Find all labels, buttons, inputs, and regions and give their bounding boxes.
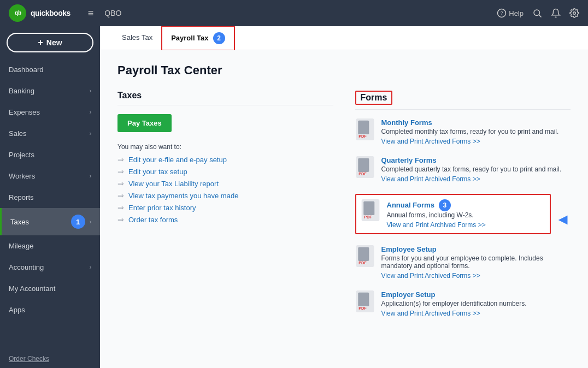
search-icon[interactable]: [532, 8, 542, 18]
notification-icon[interactable]: [551, 8, 561, 18]
svg-text:PDF: PDF: [358, 134, 367, 139]
bullet-icon: ⇒: [117, 167, 124, 176]
edit-tax-link[interactable]: Edit your tax setup: [128, 168, 187, 176]
taxes-section: Taxes Pay Taxes You may also want to: ⇒ …: [117, 91, 333, 328]
list-item: ⇒ View tax payments you have made: [117, 191, 333, 200]
svg-point-4: [534, 10, 540, 16]
sidebar-item-mileage[interactable]: Mileage: [0, 235, 100, 257]
edit-efile-link[interactable]: Edit your e-file and e-pay setup: [128, 156, 227, 164]
monthly-form-info: Monthly Forms Completed monthly tax form…: [381, 118, 571, 145]
list-item: ⇒ Edit your e-file and e-pay setup: [117, 155, 333, 164]
annual-form-name[interactable]: Annual Forms: [387, 201, 434, 209]
monthly-form-name[interactable]: Monthly Forms: [381, 118, 571, 127]
monthly-form-link[interactable]: View and Print Archived Forms >>: [381, 138, 480, 145]
tabs-bar: Sales Tax Payroll Tax 2: [100, 26, 588, 50]
svg-rect-20: [358, 293, 369, 306]
order-forms-link[interactable]: Order tax forms: [128, 216, 178, 224]
svg-point-6: [573, 12, 576, 15]
employer-setup-info: Employer Setup Application(s) for employ…: [381, 290, 571, 317]
list-item: ⇒ Enter prior tax history: [117, 203, 333, 212]
pay-taxes-button[interactable]: Pay Taxes: [117, 114, 172, 132]
new-button[interactable]: + New: [7, 33, 93, 52]
blue-arrow-icon: ◄: [555, 211, 571, 228]
sidebar-item-banking[interactable]: Banking ›: [0, 80, 100, 102]
chevron-right-icon: ›: [90, 88, 91, 94]
sidebar-item-workers[interactable]: Workers ›: [0, 165, 100, 187]
two-col-layout: Taxes Pay Taxes You may also want to: ⇒ …: [117, 91, 571, 328]
plus-icon: +: [38, 38, 43, 48]
svg-text:PDF: PDF: [358, 171, 367, 176]
employee-setup-item: PDF Employee Setup Forms for you and you…: [355, 245, 571, 280]
annual-form-info: Annual Forms 3 Annual forms, including W…: [387, 199, 546, 229]
quarterly-form-info: Quarterly Forms Completed quarterly tax …: [381, 156, 571, 183]
svg-line-5: [539, 15, 541, 17]
svg-text:qb: qb: [15, 10, 21, 16]
svg-rect-14: [363, 201, 374, 215]
main-content: Sales Tax Payroll Tax 2 Payroll Tax Cent…: [100, 26, 588, 368]
employee-setup-name[interactable]: Employee Setup: [381, 245, 571, 253]
view-payments-link[interactable]: View tax payments you have made: [128, 192, 238, 200]
sidebar-item-dashboard[interactable]: Dashboard: [0, 59, 100, 80]
forms-section: Forms PDF Monthly Forms Completed monthl…: [355, 91, 571, 328]
annotation-badge-1: 1: [71, 215, 85, 229]
employer-setup-item: PDF Employer Setup Application(s) for em…: [355, 290, 571, 317]
page-title: Payroll Tax Center: [117, 63, 571, 78]
logo: qb quickbooks: [9, 4, 70, 22]
annotation-badge-3: 3: [439, 199, 451, 211]
annual-form-desc: Annual forms, including W-2s.: [387, 211, 546, 219]
settings-icon[interactable]: [569, 8, 579, 18]
annual-form-link[interactable]: View and Print Archived Forms >>: [387, 221, 486, 229]
qbo-label: QBO: [104, 9, 121, 17]
svg-text:PDF: PDF: [364, 215, 372, 219]
svg-rect-8: [358, 121, 369, 134]
sidebar-bottom: Order Checks: [0, 349, 100, 368]
quarterly-forms-item: PDF Quarterly Forms Completed quarterly …: [355, 156, 571, 183]
svg-text:?: ?: [501, 11, 503, 16]
pdf-icon: PDF: [355, 290, 375, 312]
sidebar-item-accounting[interactable]: Accounting ›: [0, 257, 100, 278]
tab-payroll-tax[interactable]: Payroll Tax 2: [161, 26, 234, 51]
sidebar-item-my-accountant[interactable]: My Accountant: [0, 278, 100, 299]
quarterly-form-name[interactable]: Quarterly Forms: [381, 156, 571, 164]
employee-setup-link[interactable]: View and Print Archived Forms >>: [381, 272, 480, 280]
employer-setup-name[interactable]: Employer Setup: [381, 290, 571, 299]
employer-setup-link[interactable]: View and Print Archived Forms >>: [381, 310, 480, 317]
employer-setup-desc: Application(s) for employer identificati…: [381, 300, 571, 307]
quarterly-form-link[interactable]: View and Print Archived Forms >>: [381, 175, 480, 183]
qb-logo-icon: qb: [9, 4, 26, 22]
sidebar-item-projects[interactable]: Projects: [0, 144, 100, 165]
taxes-section-title: Taxes: [117, 91, 333, 105]
sidebar-item-taxes[interactable]: Taxes 1 ›: [0, 208, 100, 235]
svg-rect-17: [358, 247, 369, 261]
sidebar-item-apps[interactable]: Apps: [0, 299, 100, 320]
svg-text:PDF: PDF: [358, 260, 367, 265]
sidebar-item-sales[interactable]: Sales ›: [0, 123, 100, 144]
hamburger-icon[interactable]: ≡: [88, 8, 94, 19]
quarterly-form-desc: Completed quarterly tax forms, ready for…: [381, 165, 571, 173]
sidebar-item-expenses[interactable]: Expenses ›: [0, 102, 100, 123]
enter-prior-link[interactable]: Enter prior tax history: [128, 204, 196, 212]
tab-sales-tax[interactable]: Sales Tax: [113, 28, 161, 48]
help-button[interactable]: ? Help: [497, 8, 524, 18]
bullet-icon: ⇒: [117, 203, 124, 212]
list-item: ⇒ Edit your tax setup: [117, 167, 333, 176]
sidebar-item-reports[interactable]: Reports: [0, 187, 100, 208]
bullet-icon: ⇒: [117, 155, 124, 164]
bullet-icon: ⇒: [117, 215, 124, 224]
new-btn-wrapper: + New: [0, 26, 100, 59]
chevron-right-icon: ›: [90, 130, 91, 136]
monthly-forms-item: PDF Monthly Forms Completed monthly tax …: [355, 118, 571, 145]
top-header: qb quickbooks ≡ QBO ? Help: [0, 0, 588, 26]
forms-section-title: Forms: [355, 91, 393, 105]
employee-setup-info: Employee Setup Forms for you and your em…: [381, 245, 571, 280]
svg-rect-11: [358, 158, 369, 172]
svg-text:PDF: PDF: [358, 306, 367, 311]
view-liability-link[interactable]: View your Tax Liability report: [128, 180, 219, 188]
annotation-badge-2: 2: [213, 32, 225, 44]
help-label: Help: [509, 9, 524, 17]
sidebar: + New Dashboard Banking › Expenses › Sal…: [0, 26, 100, 368]
bullet-icon: ⇒: [117, 191, 124, 200]
bullet-icon: ⇒: [117, 179, 124, 188]
chevron-right-icon: ›: [90, 219, 91, 225]
order-checks-link[interactable]: Order Checks: [0, 349, 100, 368]
